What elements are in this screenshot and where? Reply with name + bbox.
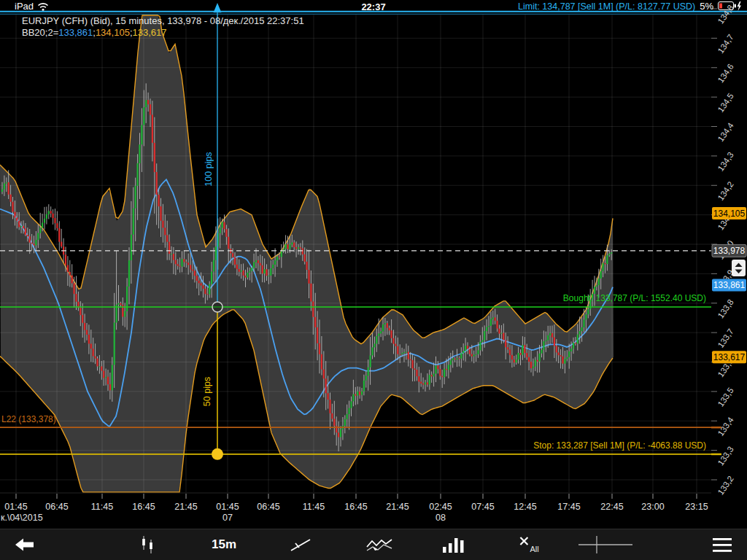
bb-mid-value: 133,861 (58, 27, 93, 38)
volume-icon (443, 537, 465, 553)
svg-text:21:45: 21:45 (386, 502, 409, 512)
battery-percent: 5% (700, 1, 713, 12)
svg-text:01:45: 01:45 (216, 502, 239, 512)
svg-text:133,617: 133,617 (713, 352, 746, 362)
trading-app-screen: Bought: 133,787 (P/L: 1552.40 USD)L22 (1… (0, 0, 747, 560)
device-label: iPad (15, 1, 34, 12)
svg-text:Stop: 133,287 [Sell 1M] (P/L:: Stop: 133,287 [Sell 1M] (P/L: -4063.88 U… (533, 440, 706, 451)
svg-text:L22 (133,378): L22 (133,378) (1, 414, 56, 424)
chart-legend: EURJPY (CFH) (Bid), 15 minutes, 133,978 … (22, 15, 304, 39)
volume-button[interactable] (443, 529, 465, 560)
svg-text:02:45: 02:45 (429, 502, 452, 512)
status-bar: iPad 22:37 Limit: 134,787 [Sell 1M] (P/L… (0, 0, 747, 15)
svg-text:17:45: 17:45 (557, 502, 580, 512)
status-left: iPad (15, 1, 49, 12)
chart-type-button[interactable] (140, 529, 156, 560)
svg-text:50 pips: 50 pips (202, 377, 212, 406)
svg-text:к.\04\2015: к.\04\2015 (1, 513, 43, 523)
crosshair-tool-icon (578, 534, 632, 556)
svg-text:07:45: 07:45 (471, 502, 494, 512)
svg-text:12:45: 12:45 (514, 502, 536, 512)
back-button[interactable] (15, 529, 36, 560)
svg-text:134,105: 134,105 (713, 209, 746, 219)
svg-text:08: 08 (436, 513, 446, 523)
svg-text:01:45: 01:45 (4, 502, 27, 512)
svg-text:21:45: 21:45 (174, 502, 197, 512)
svg-text:22:45: 22:45 (600, 502, 623, 512)
bb-prefix: BB20;2= (22, 27, 58, 38)
clear-all-label: All (530, 545, 538, 553)
svg-text:06:45: 06:45 (45, 502, 68, 512)
svg-text:16:45: 16:45 (132, 502, 155, 512)
bb-indicator-readout: BB20;2=133,861;134,105;133,617 (22, 27, 304, 39)
svg-text:07: 07 (222, 513, 233, 523)
price-badge-bb-upper[interactable]: 134,105 (712, 207, 746, 219)
instrument-title: EURJPY (CFH) (Bid), 15 minutes, 133,978 … (22, 15, 304, 27)
trendline-tool-button[interactable] (290, 529, 311, 560)
price-badge-bb-lower[interactable]: 133,617 (712, 351, 746, 363)
price-chart[interactable]: Bought: 133,787 (P/L: 1552.40 USD)L22 (1… (0, 0, 747, 529)
price-badge-bb-mid[interactable]: 133,861 (712, 279, 746, 292)
trendline-tool-icon (290, 537, 311, 553)
bb-upper-value: 134,105 (96, 27, 130, 38)
crosshair-tool-button[interactable] (578, 529, 632, 560)
menu-icon (713, 538, 732, 552)
clear-all-icon (519, 536, 529, 546)
battery-icon (718, 1, 743, 11)
axis-drag-handle[interactable] (732, 260, 746, 276)
svg-text:06:45: 06:45 (257, 502, 279, 512)
indicators-icon (366, 536, 392, 553)
limit-order-info: Limit: 134,787 [Sell 1M] (P/L: 8127.77 U… (518, 1, 695, 12)
svg-text:23:15: 23:15 (685, 502, 708, 512)
svg-text:Bought: 133,787 (P/L: 1552.40: Bought: 133,787 (P/L: 1552.40 USD) (563, 293, 706, 303)
bought-handle[interactable] (212, 302, 222, 312)
status-right: Limit: 134,787 [Sell 1M] (P/L: 8127.77 U… (518, 1, 743, 12)
chart-type-icon (140, 535, 156, 554)
bb-lower-value: 133,617 (133, 27, 167, 38)
svg-text:16:45: 16:45 (344, 502, 367, 512)
charging-bolt-icon (738, 1, 742, 11)
back-icon (15, 537, 36, 552)
menu-button[interactable] (713, 529, 732, 560)
wifi-icon (37, 2, 49, 11)
stop-handle[interactable] (212, 448, 223, 460)
clock: 22:37 (361, 1, 385, 12)
svg-text:133,861: 133,861 (713, 280, 746, 290)
clear-all-button[interactable]: All (519, 529, 538, 560)
svg-text:100 pips: 100 pips (204, 152, 214, 186)
timeframe-label: 15m (212, 537, 236, 552)
bottom-toolbar: 15m (0, 529, 747, 560)
indicators-button[interactable] (366, 529, 392, 560)
svg-text:11:45: 11:45 (303, 502, 325, 512)
price-badge-current[interactable]: 133,978 (712, 244, 746, 257)
svg-text:23:00: 23:00 (641, 502, 664, 512)
svg-text:11:45: 11:45 (91, 502, 113, 512)
timeframe-button[interactable]: 15m (212, 529, 236, 560)
svg-text:133,978: 133,978 (713, 246, 746, 256)
